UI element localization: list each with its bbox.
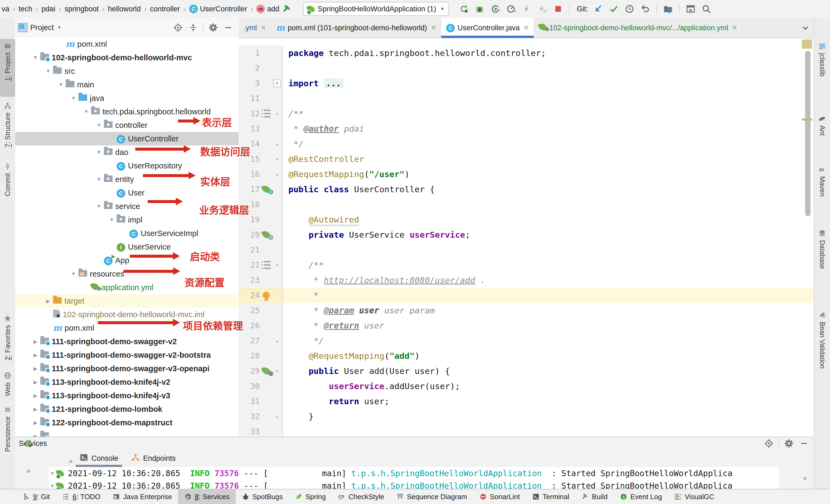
tree-row[interactable]: ▶122-springboot-demo-mapstruct (15, 416, 238, 429)
fold-marker[interactable]: ▾ (273, 262, 281, 268)
bean-gutter-icon[interactable]: C (260, 185, 273, 193)
mapping-gutter-icon[interactable] (260, 367, 273, 375)
console-output[interactable]: ▼2021-09-12 10:36:20.865 INFO 73576 --- … (49, 467, 779, 490)
breadcrumb-item[interactable]: pdai (42, 5, 56, 13)
chevron-right-icon[interactable]: ▶ (31, 406, 40, 412)
tree-row[interactable]: ▼src (15, 64, 238, 78)
fold-marker[interactable]: + (273, 79, 281, 87)
editor-tab[interactable]: CUserController.java✕ (441, 18, 534, 38)
profiler-button[interactable] (505, 3, 517, 14)
chevron-down-icon[interactable]: ▼ (51, 483, 54, 489)
breadcrumb-item[interactable]: controller (150, 5, 180, 13)
run-configuration-select[interactable]: SpringBootHelloWorldApplication (1) ▼ (303, 2, 449, 16)
tree-row[interactable]: ▶111-springboot-demo-swagger-v2-bootstra (15, 348, 238, 362)
fold-marker[interactable]: ▾ (273, 368, 281, 374)
git-update-button[interactable] (593, 3, 604, 14)
tree-row[interactable]: CUserController (15, 132, 238, 145)
chevron-right-icon[interactable]: ▶ (31, 393, 40, 399)
tree-row[interactable]: CUserRepository (15, 159, 238, 172)
tree-row[interactable]: ▶113-springboot-demo-knife4j-v2 (15, 375, 238, 389)
build-hammer-icon[interactable] (281, 3, 293, 14)
tool-window-button-maven[interactable]: mMaven (814, 163, 830, 209)
rerun-icon[interactable] (22, 438, 34, 449)
chevron-down-icon[interactable]: ▼ (31, 55, 40, 61)
rerun-button[interactable] (458, 3, 470, 14)
code-editor[interactable]: 1package tech.pdai.springboot.helloworld… (238, 38, 814, 437)
debug-button[interactable] (474, 3, 485, 14)
tree-row[interactable]: ▶111-springboot-demo-swagger-v3-openapi (15, 362, 238, 375)
statusbar-item-spring[interactable]: Spring (289, 490, 332, 504)
chevron-down-icon[interactable]: ▼ (94, 122, 104, 128)
tool-window-button-persistence[interactable]: Persistence (0, 403, 15, 465)
stop-button[interactable] (552, 3, 564, 14)
statusbar-item-visualgc[interactable]: VisualGC (668, 490, 720, 504)
tool-window-button-2-favorites[interactable]: 2: Favorites (0, 311, 15, 367)
statusbar-item-terminal[interactable]: Terminal (526, 490, 575, 504)
close-tab-icon[interactable]: ✕ (431, 24, 436, 32)
statusbar-item-8-services[interactable]: 8: Services (178, 490, 236, 504)
chevron-right-icon[interactable]: ▶ (31, 419, 40, 426)
locate-icon[interactable] (763, 438, 774, 449)
services-tab-endpoints[interactable]: Endpoints (126, 450, 181, 467)
breadcrumb-item[interactable]: helloworld (108, 5, 141, 13)
editor-scrollbar[interactable] (805, 51, 810, 216)
chevron-right-icon[interactable]: ▶ (31, 338, 40, 345)
breadcrumb-item[interactable]: springboot (65, 5, 99, 13)
statusbar-item-build[interactable]: Build (575, 490, 613, 504)
fold-marker[interactable]: ▴ (273, 413, 281, 419)
statusbar-item-event-log[interactable]: 1Event Log (613, 490, 668, 504)
tree-row[interactable]: ▶target (15, 294, 238, 308)
hide-panel-icon[interactable] (799, 438, 809, 449)
git-history-button[interactable] (624, 3, 635, 14)
statusbar-item-checkstyle[interactable]: CSCheckStyle (332, 490, 390, 504)
chevron-down-icon[interactable]: ▼ (56, 82, 66, 88)
more-chevron-icon[interactable]: » (26, 466, 30, 475)
run-anything-button[interactable] (685, 3, 696, 14)
tool-window-button-bean-validation[interactable]: Bean Validation (814, 308, 830, 400)
breadcrumb-item[interactable]: va (2, 5, 9, 13)
services-tab-console[interactable]: Console (74, 450, 124, 467)
statusbar-item-sonarlint[interactable]: SonarLint (473, 490, 526, 504)
chevron-right-icon[interactable]: ▶ (43, 298, 53, 304)
modules-icon[interactable] (662, 3, 674, 14)
locate-file-icon[interactable] (172, 22, 184, 33)
tree-row[interactable]: ▶ (15, 429, 238, 437)
chevron-down-icon[interactable]: ▼ (94, 176, 104, 182)
hide-panel-icon[interactable] (223, 22, 234, 33)
tree-row[interactable]: ▶111-springboot-demo-swagger-v2 (15, 335, 238, 348)
comment-list-icon[interactable] (260, 107, 273, 120)
close-tab-icon[interactable]: ✕ (732, 24, 737, 32)
tree-row[interactable]: ▼main (15, 78, 238, 91)
git-rollback-button[interactable] (640, 3, 651, 14)
statusbar-item-9-git[interactable]: 9: Git (16, 490, 56, 504)
chevron-down-icon[interactable]: ▼ (82, 109, 91, 115)
fold-marker[interactable]: ▴ (273, 337, 281, 344)
chevron-down-icon[interactable]: ▼ (51, 470, 54, 476)
settings-gear-icon[interactable] (208, 22, 219, 33)
console-overflow[interactable]: » (795, 466, 814, 490)
chevron-right-icon[interactable]: ▶ (31, 352, 40, 358)
more-chevron-icon[interactable]: » (68, 457, 72, 465)
close-tab-icon[interactable]: ✕ (261, 24, 266, 32)
tree-row[interactable]: ▼java (15, 91, 238, 105)
tool-window-button-commit[interactable]: Commit (0, 160, 15, 210)
statusbar-item-sequence-diagram[interactable]: Sequence Diagram (390, 490, 473, 504)
fold-marker[interactable]: ▴ (273, 171, 281, 177)
tree-row[interactable]: ▶113-springboot-demo-knife4j-v3 (15, 389, 238, 402)
tree-row[interactable]: ▶121-springboot-demo-lombok (15, 402, 238, 416)
chevron-down-icon[interactable]: ▼ (107, 217, 117, 223)
chevron-right-icon[interactable]: ▶ (31, 433, 40, 437)
chevron-down-icon[interactable]: ▼ (94, 203, 104, 209)
bulb-gutter-icon[interactable] (260, 292, 273, 299)
chevron-down-icon[interactable]: ▼ (69, 271, 78, 277)
chevron-right-icon[interactable]: ▶ (31, 366, 40, 372)
chevron-down-icon[interactable]: ▼ (94, 149, 104, 155)
tool-window-button-ant[interactable]: Ant (814, 112, 830, 147)
tab-list-chevron-icon[interactable] (796, 18, 814, 38)
tool-window-button-web[interactable]: Web (0, 369, 15, 401)
statusbar-item-java-enterprise[interactable]: Java Enterprise (106, 490, 178, 504)
tool-window-button-1-project[interactable]: 1: Project (0, 39, 15, 97)
editor-tab[interactable]: mpom.xml (101-springboot-demo-helloworld… (272, 18, 442, 38)
fold-marker[interactable]: ▴ (273, 141, 281, 147)
close-tab-icon[interactable]: ✕ (523, 24, 529, 32)
